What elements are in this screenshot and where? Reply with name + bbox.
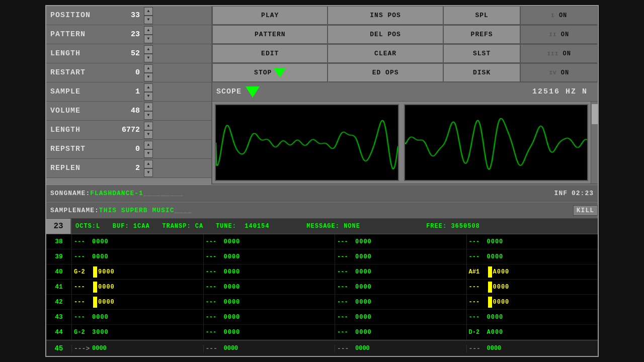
note: --- — [469, 284, 487, 291]
samplename-label: SAMPLENAME: — [46, 207, 99, 214]
pattern-area: 23 OCTS:L BUF: 1CAA TRANSP: CA TUNE: 140… — [46, 219, 598, 356]
restart-arrows[interactable]: ▲ ▼ — [144, 64, 153, 81]
note-bar — [93, 266, 97, 278]
del-pos-button[interactable]: DEL POS — [328, 25, 443, 44]
sample-up[interactable]: ▲ — [144, 83, 153, 92]
pattern-header: 23 OCTS:L BUF: 1CAA TRANSP: CA TUNE: 140… — [46, 219, 598, 234]
prefs-button[interactable]: PREFS — [443, 25, 521, 44]
pattern-down[interactable]: ▼ — [144, 35, 153, 43]
pattern-arrows[interactable]: ▲ ▼ — [144, 26, 153, 43]
pattern-button[interactable]: PATTERN — [212, 25, 328, 44]
row-number: 40 — [46, 268, 71, 276]
b-dash-4: --- — [469, 345, 487, 352]
note-data: 0000 — [92, 314, 109, 321]
songname-row: SONGNAME: FLASHDANCE-1_________ INF 02:2… — [46, 185, 598, 202]
on-2-button[interactable]: II ON — [520, 25, 598, 44]
ed-ops-button[interactable]: ED OPS — [328, 63, 443, 82]
edit-button[interactable]: EDIT — [212, 44, 328, 63]
repstrt-up[interactable]: ▲ — [144, 141, 153, 149]
note-data: 0000 — [487, 253, 504, 260]
note-data: 0000 — [224, 329, 240, 336]
b-data-2: 0000 — [224, 345, 238, 352]
note-data: 0000 — [92, 238, 109, 245]
ins-pos-button[interactable]: INS POS — [328, 6, 443, 25]
scrollbar-thumb[interactable] — [592, 104, 598, 124]
channel: ---0000 — [335, 295, 466, 309]
pattern-up[interactable]: ▲ — [144, 26, 153, 35]
transp-info: TRANSP: CA — [162, 223, 203, 230]
restart-row: RESTART 0 ▲ ▼ — [46, 63, 211, 82]
disk-button[interactable]: DISK — [443, 63, 521, 82]
channel: G-29000 — [71, 264, 203, 279]
on-4-button[interactable]: IV ON — [520, 63, 598, 82]
on-3-button[interactable]: III ON — [520, 44, 598, 63]
length-arrows[interactable]: ▲ ▼ — [144, 45, 153, 62]
play-button[interactable]: PLAY — [212, 6, 328, 25]
repstrt-arrows[interactable]: ▲ ▼ — [144, 141, 153, 158]
b-dash-1: ---> — [74, 345, 92, 352]
length-label: LENGTH — [46, 49, 112, 58]
slst-button[interactable]: SLST — [443, 44, 521, 63]
note: --- — [337, 253, 355, 260]
note-data: 0000 — [224, 314, 240, 321]
restart-label: RESTART — [46, 68, 112, 77]
table-row: 43---0000---0000---0000---0000 — [46, 310, 598, 325]
channel: ---0000 — [335, 280, 466, 294]
note: --- — [74, 238, 92, 245]
position-arrows[interactable]: ▲ ▼ — [144, 7, 153, 24]
row-number: 41 — [46, 283, 71, 291]
sample-length-down[interactable]: ▼ — [144, 130, 153, 139]
volume-arrows[interactable]: ▲ ▼ — [144, 103, 153, 120]
volume-up[interactable]: ▲ — [144, 103, 153, 111]
spl-button[interactable]: SPL — [443, 6, 521, 25]
replen-up[interactable]: ▲ — [144, 160, 153, 168]
length-up[interactable]: ▲ — [144, 45, 153, 54]
note: --- — [469, 299, 487, 306]
sample-arrows[interactable]: ▲ ▼ — [144, 83, 153, 101]
clear-button[interactable]: CLEAR — [328, 44, 443, 63]
sample-value: 1 — [112, 87, 142, 96]
restart-up[interactable]: ▲ — [144, 64, 153, 73]
stop-button[interactable]: STOP — [212, 63, 328, 82]
repstrt-label: REPSTRT — [46, 145, 112, 153]
sample-length-label: LENGTH — [46, 126, 112, 134]
songname-label: SONGNAME: — [46, 190, 90, 197]
pattern-value: 23 — [112, 30, 142, 39]
replen-down[interactable]: ▼ — [144, 168, 153, 177]
position-down[interactable]: ▼ — [144, 16, 153, 24]
channel: ---0000 — [203, 264, 335, 279]
sample-length-arrows[interactable]: ▲ ▼ — [144, 122, 153, 139]
scope-label-area: SCOPE — [212, 86, 323, 98]
bottom-ch1: ---> 0000 — [71, 345, 203, 352]
songname-value: FLASHDANCE-1_________ — [90, 190, 554, 197]
length-down[interactable]: ▼ — [144, 54, 153, 62]
scope-arrow-icon — [246, 86, 260, 98]
replen-arrows[interactable]: ▲ ▼ — [144, 160, 153, 177]
note-data: 0000 — [98, 284, 115, 291]
volume-down[interactable]: ▼ — [144, 111, 153, 120]
on-1-button[interactable]: I ON — [520, 6, 598, 25]
channel: ---0000 — [203, 310, 335, 324]
sample-length-up[interactable]: ▲ — [144, 122, 153, 130]
note-data: 0000 — [355, 284, 372, 291]
scope-canvas-right — [404, 104, 588, 181]
repstrt-row: REPSTRT 0 ▲ ▼ — [46, 140, 211, 159]
channel: ---0000 — [203, 325, 335, 339]
channel: ---0000 — [203, 295, 335, 309]
kill-button[interactable]: KILL — [573, 205, 598, 216]
scope-scrollbar[interactable] — [591, 102, 598, 184]
note-data: 0000 — [355, 253, 372, 260]
hz-display: 12516 HZ N — [532, 87, 588, 96]
repstrt-down[interactable]: ▼ — [144, 149, 153, 158]
restart-down[interactable]: ▼ — [144, 73, 153, 81]
note-data: 3000 — [92, 329, 109, 336]
tune-value: 140154 — [245, 223, 269, 230]
sample-down[interactable]: ▼ — [144, 92, 153, 101]
position-up[interactable]: ▲ — [144, 7, 153, 16]
channel: ---0000 — [335, 249, 466, 264]
scope-label: SCOPE — [216, 87, 242, 96]
replen-label: REPLEN — [46, 164, 112, 172]
note: --- — [206, 253, 224, 260]
message-info: MESSAGE: NONE — [306, 223, 360, 230]
note: --- — [469, 253, 487, 260]
